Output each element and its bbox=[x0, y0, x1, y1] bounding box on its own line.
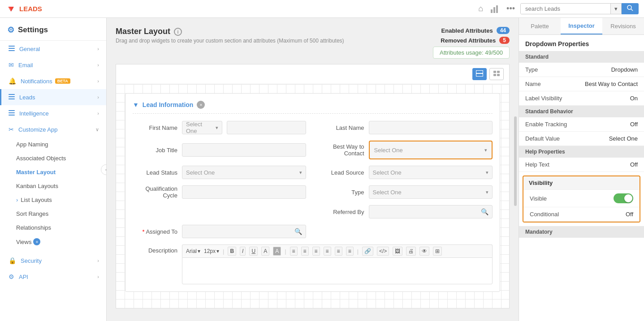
qualification-cycle-input[interactable] bbox=[182, 185, 306, 199]
default-value-row: Default Value Select One bbox=[519, 132, 644, 146]
sidebar-sub-relationships[interactable]: Relationships bbox=[0, 221, 106, 235]
font-family-select[interactable]: Arial ▾ bbox=[186, 248, 200, 254]
page-title-section: Master Layout i bbox=[116, 27, 344, 36]
align-justify-button[interactable]: ≡ bbox=[324, 247, 331, 256]
first-name-input[interactable] bbox=[227, 121, 306, 134]
tab-revisions[interactable]: Revisions bbox=[602, 18, 644, 34]
settings-gear-icon: ⚙ bbox=[7, 25, 14, 35]
views-add-icon[interactable]: + bbox=[33, 238, 40, 245]
top-nav-icons: ⌂ ••• bbox=[478, 4, 515, 13]
panel-title: Dropdown Properties bbox=[519, 35, 644, 51]
referred-by-row: Referred By 🔍 bbox=[320, 205, 493, 218]
toggle-track bbox=[614, 193, 633, 203]
lead-source-select[interactable]: Select One ▾ bbox=[369, 166, 493, 179]
help-section-header: Help Properties bbox=[519, 146, 644, 158]
referred-by-input[interactable] bbox=[369, 205, 478, 218]
print-button[interactable]: 🖨 bbox=[406, 247, 416, 256]
sidebar-item-notifications[interactable]: 🔔 Notifications BETA › bbox=[0, 73, 106, 89]
referred-by-label: Referred By bbox=[320, 209, 364, 215]
info-icon[interactable]: i bbox=[174, 28, 182, 36]
assigned-to-search-icon[interactable]: 🔍 bbox=[291, 228, 306, 235]
list-ol-button[interactable]: ≡ bbox=[346, 247, 354, 256]
name-row-panel: Name Best Way to Contact bbox=[519, 77, 644, 91]
last-name-input[interactable] bbox=[369, 121, 493, 134]
visible-toggle[interactable] bbox=[614, 193, 633, 203]
sidebar-item-general[interactable]: General › bbox=[0, 41, 106, 57]
enabled-attributes-row: Enabled Attributes 44 bbox=[441, 27, 510, 34]
sidebar-item-label-api: API bbox=[19, 274, 28, 280]
app-title: LEADS bbox=[19, 5, 42, 13]
sidebar-sub-kanban-layouts[interactable]: Kanban Layouts bbox=[0, 179, 106, 193]
single-column-view-button[interactable] bbox=[472, 68, 487, 80]
last-name-label: Last Name bbox=[320, 124, 364, 131]
sidebar-sub-app-naming[interactable]: App Naming bbox=[0, 137, 106, 151]
bg-color-button[interactable]: A bbox=[273, 247, 281, 256]
italic-button[interactable]: I bbox=[240, 247, 246, 256]
notifications-arrow-icon: › bbox=[97, 78, 99, 84]
bold-button[interactable]: B bbox=[228, 247, 236, 256]
api-arrow-icon: › bbox=[97, 274, 99, 279]
font-size-select[interactable]: 12px ▾ bbox=[204, 248, 219, 254]
search-button[interactable] bbox=[622, 3, 639, 14]
font-color-button[interactable]: A bbox=[261, 247, 269, 256]
preview-button[interactable]: 👁 bbox=[419, 247, 429, 256]
job-title-input[interactable] bbox=[182, 143, 306, 157]
sidebar-item-label-intelligence: Intelligence bbox=[19, 110, 49, 117]
font-family-value: Arial bbox=[186, 248, 197, 254]
security-arrow-icon: › bbox=[97, 258, 99, 263]
first-name-prefix-select[interactable]: Select One ▾ bbox=[182, 121, 222, 134]
link-button[interactable]: 🔗 bbox=[362, 247, 373, 256]
qualification-cycle-row: QualificationCycle bbox=[133, 185, 306, 199]
table-button[interactable]: ⊞ bbox=[433, 247, 442, 256]
home-button[interactable]: ⌂ bbox=[478, 4, 483, 13]
sidebar-sub-master-layout[interactable]: Master Layout bbox=[0, 165, 106, 179]
list-ul-button[interactable]: ≡ bbox=[335, 247, 342, 256]
list-layouts-label: List Layouts bbox=[21, 197, 52, 203]
section-title: Lead Information bbox=[143, 101, 194, 108]
form-canvas: ▼ Lead Information × First Name Select O… bbox=[116, 84, 509, 308]
section-close-button[interactable]: × bbox=[197, 101, 205, 109]
type-select[interactable]: Select One ▾ bbox=[369, 185, 493, 199]
align-center-button[interactable]: ≡ bbox=[301, 247, 309, 256]
sidebar-sub-sort-ranges[interactable]: Sort Ranges bbox=[0, 207, 106, 221]
enabled-attributes-badge: 44 bbox=[497, 27, 510, 34]
underline-button[interactable]: U bbox=[249, 247, 258, 256]
tab-inspector[interactable]: Inspector bbox=[561, 18, 602, 34]
svg-rect-18 bbox=[497, 71, 500, 73]
visibility-header: Visibility bbox=[523, 176, 640, 190]
lead-status-select[interactable]: Select One ▾ bbox=[182, 166, 306, 179]
conditional-value: Off bbox=[626, 211, 633, 218]
svg-rect-7 bbox=[9, 50, 15, 51]
search-dropdown-button[interactable]: ▾ bbox=[610, 4, 621, 14]
sidebar-item-email[interactable]: ✉ Email › bbox=[0, 57, 106, 73]
sidebar-item-security[interactable]: 🔒 Security › bbox=[0, 253, 106, 269]
section-collapse-icon[interactable]: ▼ bbox=[133, 101, 139, 108]
best-way-select[interactable]: Select One ▾ bbox=[369, 141, 493, 159]
description-textarea[interactable] bbox=[182, 257, 493, 284]
align-left-button[interactable]: ≡ bbox=[290, 247, 298, 256]
sidebar-item-api[interactable]: ⚙ API › bbox=[0, 269, 106, 285]
tab-palette[interactable]: Palette bbox=[519, 18, 561, 34]
assigned-to-input[interactable] bbox=[182, 225, 291, 238]
right-panel: Palette Inspector Revisions Dropdown Pro… bbox=[519, 18, 644, 321]
two-column-view-button[interactable] bbox=[489, 68, 504, 80]
chart-button[interactable] bbox=[490, 5, 499, 13]
code-button[interactable]: </> bbox=[377, 247, 389, 256]
label-visibility-value-panel: On bbox=[630, 95, 638, 102]
more-button[interactable]: ••• bbox=[506, 4, 515, 13]
enabled-attributes-label: Enabled Attributes bbox=[441, 27, 493, 34]
app-logo[interactable]: 🔻 LEADS bbox=[5, 4, 42, 14]
referred-by-search-icon[interactable]: 🔍 bbox=[477, 208, 492, 215]
sidebar-sub-list-layouts[interactable]: › List Layouts bbox=[0, 193, 106, 207]
sidebar-sub-views[interactable]: Views + bbox=[0, 235, 106, 249]
sidebar-item-intelligence[interactable]: Intelligence › bbox=[0, 105, 106, 121]
sidebar-item-customize-app[interactable]: ✂ Customize App ∨ bbox=[0, 121, 106, 137]
image-button[interactable]: 🖼 bbox=[393, 247, 402, 256]
conditional-label: Conditional bbox=[530, 211, 626, 218]
sidebar-item-leads[interactable]: Leads › bbox=[0, 89, 106, 105]
attributes-usage-button[interactable]: Attributes usage: 49/500 bbox=[433, 47, 510, 59]
align-right-button[interactable]: ≡ bbox=[312, 247, 320, 256]
sidebar-sub-associated-objects[interactable]: Associated Objects bbox=[0, 151, 106, 165]
search-input[interactable] bbox=[521, 4, 610, 14]
right-panel-tabs: Palette Inspector Revisions bbox=[519, 18, 644, 35]
